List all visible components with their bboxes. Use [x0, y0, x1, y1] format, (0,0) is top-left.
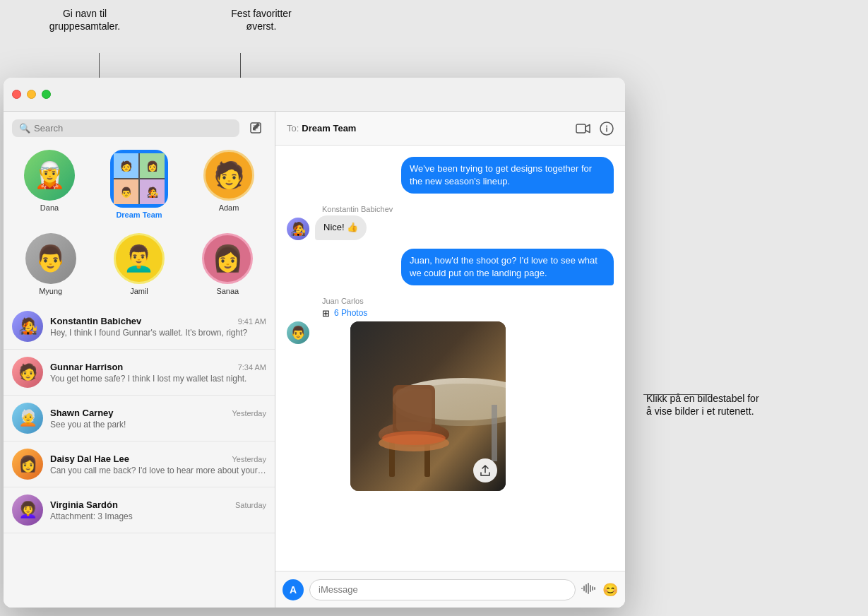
share-icon [479, 464, 492, 477]
shawn-avatar: 🧑‍🦳 [12, 403, 43, 434]
video-call-button[interactable] [576, 123, 591, 134]
msg-row-outgoing-1: We've been trying to get designs togethe… [287, 157, 614, 194]
chat-recipient-name: Dream Team [302, 123, 576, 134]
dream-team-selection-ring: 🧑 👩 👨 🧑‍🎤 [110, 150, 168, 208]
jamil-label: Jamil [130, 287, 148, 295]
daisy-avatar: 👩 [12, 449, 43, 480]
conv-virginia-name: Virginia Sardón [50, 499, 118, 510]
photo-count-label: 6 Photos [334, 308, 367, 318]
conv-konstantin-preview: Hey, I think I found Gunnar's wallet. It… [50, 328, 266, 338]
conv-daisy-name: Daisy Dal Hae Lee [50, 454, 129, 464]
juan-msg-avatar: 👨 [287, 321, 309, 344]
conv-virginia-time: Saturday [235, 501, 266, 509]
conv-shawn-preview: See you at the park! [50, 420, 266, 430]
message-input[interactable] [309, 579, 576, 600]
conv-shawn-info: Shawn Carney Yesterday See you at the pa… [50, 408, 266, 430]
favorite-dream-team[interactable]: 🧑 👩 👨 🧑‍🎤 Dream Team [110, 150, 168, 219]
video-icon [576, 123, 591, 134]
conv-daisy[interactable]: 👩 Daisy Dal Hae Lee Yesterday Can you ca… [4, 442, 275, 487]
dream-team-group-avatar: 🧑 👩 👨 🧑‍🎤 [114, 153, 165, 204]
sidebar: 🔍 🧝 Dana [4, 112, 275, 608]
photo-sender-name: Juan Carlos [322, 297, 364, 305]
annotation-right: Fest favoritterøverst. [205, 7, 318, 32]
msg-bubble-2: Nice! 👍 [315, 215, 367, 239]
annotation-left: Gi navn tilgruppesamtaler. [28, 7, 141, 32]
msg-bubble-1: We've been trying to get designs togethe… [401, 157, 614, 194]
emoji-button[interactable]: 😊 [602, 582, 618, 598]
app-store-label: A [290, 584, 297, 596]
annotation-callout: Klikk på en bildestabel forå vise bilder… [646, 392, 802, 417]
photo-stack[interactable] [350, 321, 506, 491]
svg-rect-1 [576, 124, 585, 133]
msg-group-konstantin: Konstantin Babichev 🧑‍🎤 Nice! 👍 [287, 205, 614, 239]
search-bar[interactable]: 🔍 [12, 119, 239, 137]
conv-shawn-time: Yesterday [232, 409, 266, 417]
conv-konstantin-info: Konstantin Babichev 9:41 AM Hey, I think… [50, 316, 266, 338]
compose-icon [249, 122, 262, 134]
photo-count-row: ⊞ 6 Photos [322, 308, 614, 319]
conv-gunnar[interactable]: 🧑 Gunnar Harrison 7:34 AM You get home s… [4, 350, 275, 396]
audio-input-button[interactable] [581, 583, 597, 597]
chat-header: To: Dream Team [275, 112, 625, 146]
compose-button[interactable] [245, 117, 266, 138]
msg-row-outgoing-2: Juan, how'd the shoot go? I'd love to se… [287, 249, 614, 285]
msg-group-juan: Juan Carlos ⊞ 6 Photos 👨 [287, 297, 614, 491]
maximize-button[interactable] [42, 90, 51, 99]
chat-input-bar: A 😊 [275, 571, 625, 608]
conv-konstantin-time: 9:41 AM [238, 317, 266, 326]
msg-sender-konstantin: Konstantin Babichev [322, 205, 614, 213]
traffic-lights [12, 90, 51, 99]
search-icon: 🔍 [19, 123, 30, 134]
adam-label: Adam [219, 203, 239, 212]
search-input[interactable] [34, 123, 232, 134]
conv-daisy-info: Daisy Dal Hae Lee Yesterday Can you call… [50, 454, 266, 475]
myung-label: Myung [39, 287, 62, 295]
conv-shawn[interactable]: 🧑‍🦳 Shawn Carney Yesterday See you at th… [4, 396, 275, 442]
dana-avatar: 🧝 [24, 150, 75, 201]
app-window: 🔍 🧝 Dana [4, 78, 625, 608]
conversation-list: 🧑‍🎤 Konstantin Babichev 9:41 AM Hey, I t… [4, 304, 275, 608]
svg-rect-8 [492, 405, 497, 461]
title-bar [4, 78, 625, 112]
minimize-button[interactable] [27, 90, 36, 99]
favorite-myung[interactable]: 👨 Myung [25, 233, 76, 295]
audio-waveform-icon [581, 583, 597, 594]
conv-gunnar-time: 7:34 AM [238, 363, 266, 372]
favorite-jamil[interactable]: 👨‍🦱 Jamil [114, 233, 165, 295]
favorite-adam[interactable]: 🧑 Adam [203, 150, 254, 219]
svg-point-3 [606, 125, 607, 126]
annotation-callout-line-h [643, 394, 711, 395]
sidebar-header: 🔍 [4, 112, 275, 144]
conv-virginia[interactable]: 👩‍🦱 Virginia Sardón Saturday Attachment:… [4, 487, 275, 533]
content-area: 🔍 🧝 Dana [4, 112, 625, 608]
chat-to-label: To: [287, 123, 299, 134]
conv-daisy-preview: Can you call me back? I'd love to hear m… [50, 466, 266, 475]
close-button[interactable] [12, 90, 21, 99]
conv-gunnar-info: Gunnar Harrison 7:34 AM You get home saf… [50, 362, 266, 384]
favorites-row-1: 🧝 Dana 🧑 👩 👨 🧑‍🎤 Dream Team [4, 144, 275, 227]
msg-bubble-3: Juan, how'd the shoot go? I'd love to se… [401, 249, 614, 285]
virginia-avatar: 👩‍🦱 [12, 494, 43, 526]
gunnar-avatar: 🧑 [12, 357, 43, 388]
chat-header-icons [576, 122, 614, 136]
conv-konstantin[interactable]: 🧑‍🎤 Konstantin Babichev 9:41 AM Hey, I t… [4, 304, 275, 350]
favorites-row-2: 👨 Myung 👨‍🦱 Jamil 👩 Sanaa [4, 227, 275, 304]
dream-team-label: Dream Team [116, 211, 162, 219]
favorite-sanaa[interactable]: 👩 Sanaa [202, 233, 253, 295]
info-icon [600, 122, 614, 136]
chat-area: To: Dream Team [275, 112, 625, 608]
conv-gunnar-name: Gunnar Harrison [50, 362, 123, 372]
conv-konstantin-name: Konstantin Babichev [50, 316, 141, 326]
photo-sender-row: Juan Carlos [322, 297, 614, 305]
favorite-dana[interactable]: 🧝 Dana [24, 150, 75, 219]
conv-virginia-preview: Attachment: 3 Images [50, 511, 266, 521]
info-button[interactable] [600, 122, 614, 136]
app-store-button[interactable]: A [283, 579, 304, 600]
konstantin-msg-avatar: 🧑‍🎤 [287, 218, 309, 240]
msg-row-incoming-1: 🧑‍🎤 Nice! 👍 [287, 215, 614, 239]
svg-rect-11 [396, 389, 432, 431]
share-button[interactable] [473, 458, 497, 482]
svg-point-15 [382, 431, 446, 445]
dana-label: Dana [40, 203, 59, 212]
conv-gunnar-preview: You get home safe? I think I lost my wal… [50, 374, 266, 384]
